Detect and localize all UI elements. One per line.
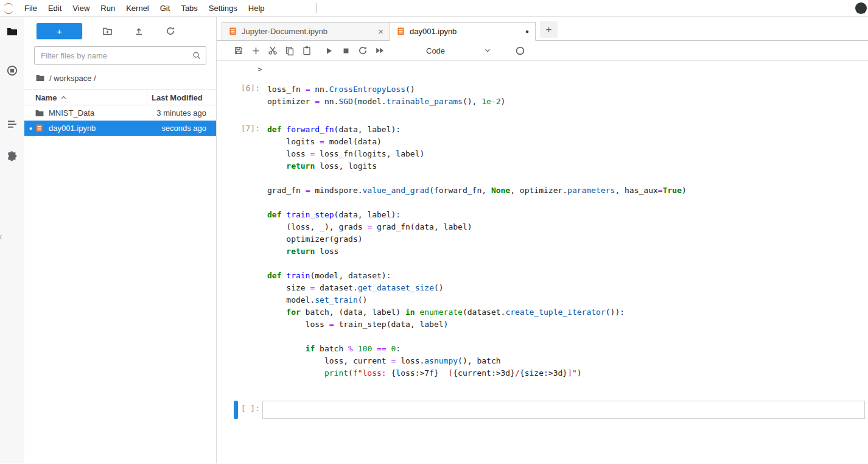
file-modified: 3 minutes ago (156, 108, 216, 118)
copy-cells-button[interactable] (281, 42, 298, 59)
list-icon (6, 118, 18, 132)
tab-jupyter-document-ipynb[interactable]: Jupyter-Document.ipynb× (222, 22, 390, 41)
code-line: optimizer(grads) (267, 233, 860, 245)
file-modified: seconds ago (161, 124, 216, 133)
code-line: loss_fn = nn.CrossEntropyLoss() (267, 83, 860, 96)
clipboard-icon (302, 46, 312, 55)
tab-day001-ipynb[interactable]: day001.ipynb● (390, 22, 536, 41)
code-line: optimizer = nn.SGD(model.trainable_param… (267, 96, 860, 108)
sidebar-tab-extension-manager[interactable] (0, 150, 24, 163)
file-browser-toolbar: + (24, 17, 216, 41)
unsaved-dot-icon: ● (525, 29, 529, 35)
scissors-icon (268, 46, 278, 55)
column-header-last-modified[interactable]: Last Modified (147, 90, 216, 105)
code-line: grad_fn = mindspore.value_and_grad(forwa… (267, 185, 860, 197)
insert-cell-button[interactable] (247, 42, 264, 59)
interrupt-kernel-button[interactable] (337, 42, 354, 59)
file-filter (34, 46, 206, 65)
sidebar-tab-file-browser[interactable] (0, 26, 24, 39)
file-browser-panel: + (24, 17, 217, 463)
restart-run-all-button[interactable] (371, 42, 388, 59)
user-avatar[interactable] (855, 2, 867, 14)
code-line (267, 404, 860, 416)
sidebar-tab-table-of-contents[interactable] (0, 118, 24, 132)
save-icon (234, 46, 243, 55)
cut-cells-button[interactable] (264, 42, 281, 59)
jupyterlab-window: FileEditViewRunKernelGitTabsSettingsHelp… (0, 0, 868, 463)
save-button[interactable] (230, 42, 247, 59)
upload-button[interactable] (132, 24, 145, 38)
chevron-down-icon (483, 46, 492, 55)
filter-files-input[interactable] (34, 46, 206, 65)
cell-prompt: [7]: (238, 121, 262, 382)
cell-collapser[interactable] (234, 80, 238, 111)
menu-tabs[interactable]: Tabs (175, 0, 203, 16)
notebook-toolbar: Code (217, 41, 868, 61)
puzzle-icon (6, 150, 18, 163)
play-icon (324, 46, 334, 55)
kernel-status-icon[interactable] (515, 46, 525, 56)
copy-icon (285, 46, 295, 55)
notebook-icon (396, 27, 405, 36)
code-line: def forward_fn(data, label): (267, 124, 860, 136)
menu-divider (316, 3, 317, 13)
notebook-cell-2[interactable]: [ ]: (217, 401, 868, 419)
code-line: logits = model(data) (267, 136, 860, 148)
breadcrumb-path[interactable]: / workspace / (49, 74, 96, 83)
folder-icon (6, 26, 18, 39)
file-name: day001.ipynb (49, 124, 161, 133)
notebook-icon (228, 27, 237, 36)
tab-label: day001.ipynb (410, 27, 521, 36)
code-line: return loss, logits (267, 160, 860, 172)
main-menu: FileEditViewRunKernelGitTabsSettingsHelp (19, 0, 270, 16)
sidebar-collapse-icon[interactable]: ‹ (0, 230, 2, 243)
cell-type-value: Code (426, 46, 445, 55)
cell-collapser[interactable] (234, 121, 238, 382)
run-cell-button[interactable] (320, 42, 337, 59)
close-icon[interactable]: × (378, 27, 383, 36)
cell-editor[interactable]: loss_fn = nn.CrossEntropyLoss()optimizer… (262, 80, 865, 111)
search-icon (192, 51, 201, 60)
menu-run[interactable]: Run (95, 0, 121, 16)
code-line: loss = loss_fn(logits, label) (267, 148, 860, 160)
code-line: print(f"loss: {loss:>7f} [{current:>3d}/… (267, 367, 860, 379)
new-folder-button[interactable] (100, 24, 114, 38)
code-line: for batch, (data, label) in enumerate(da… (267, 306, 860, 318)
code-line: model.set_train() (267, 294, 860, 306)
new-launcher-button[interactable]: + (37, 23, 82, 39)
upload-icon (134, 26, 144, 36)
new-tab-button[interactable]: + (540, 21, 558, 38)
menu-git[interactable]: Git (155, 0, 176, 16)
paste-cells-button[interactable] (298, 42, 315, 59)
menu-kernel[interactable]: Kernel (121, 0, 155, 16)
file-row-day001-ipynb[interactable]: ●day001.ipynbseconds ago (24, 121, 216, 136)
cell-editor[interactable]: def forward_fn(data, label): logits = mo… (262, 121, 865, 382)
file-list-header: Name Last Modified (24, 90, 216, 105)
folder-icon (35, 73, 45, 83)
restart-kernel-button[interactable] (354, 42, 371, 59)
notebook-cell-1[interactable]: [7]:def forward_fn(data, label): logits … (217, 121, 868, 382)
file-row-mnist-data[interactable]: MNIST_Data3 minutes ago (24, 105, 216, 121)
menu-view[interactable]: View (67, 0, 95, 16)
code-line: return loss (267, 245, 860, 258)
refresh-button[interactable] (164, 24, 177, 38)
notebook-icon (35, 124, 45, 133)
collapsed-cell-marker[interactable]: > (257, 65, 262, 74)
cell-collapser[interactable] (234, 401, 238, 419)
sidebar-tab-running-sessions[interactable] (0, 65, 24, 78)
cell-editor[interactable] (262, 401, 865, 419)
menu-bar: FileEditViewRunKernelGitTabsSettingsHelp (0, 0, 868, 17)
notebook-cell-0[interactable]: [6]:loss_fn = nn.CrossEntropyLoss()optim… (217, 80, 868, 111)
notebook-area: > [6]:loss_fn = nn.CrossEntropyLoss()opt… (217, 61, 868, 463)
menu-file[interactable]: File (19, 0, 43, 16)
menu-edit[interactable]: Edit (43, 0, 67, 16)
cell-type-dropdown[interactable]: Code (426, 46, 492, 55)
code-line: def train(model, dataset): (267, 270, 860, 282)
menu-help[interactable]: Help (243, 0, 270, 16)
fast-forward-icon (375, 46, 385, 55)
cell-prompt: [ ]: (238, 401, 262, 419)
menu-settings[interactable]: Settings (203, 0, 243, 16)
file-name: MNIST_Data (49, 108, 156, 118)
column-header-name[interactable]: Name (24, 90, 147, 105)
code-line: def train_step(data, label): (267, 209, 860, 221)
